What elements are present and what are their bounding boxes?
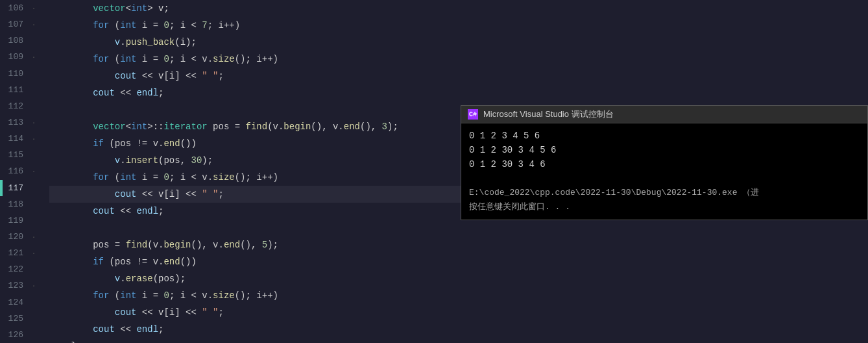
gutter-row: 116· — [0, 163, 44, 179]
code-token: << v[i] << — [136, 189, 202, 199]
line-number: 122 — [3, 264, 29, 274]
code-token: ( — [109, 290, 120, 301]
gutter-row: 122 — [0, 261, 44, 277]
code-token: ; i < v. — [169, 54, 213, 64]
code-line: cout << v[i] << " "; — [49, 304, 868, 321]
code-line: v.erase(pos); — [49, 270, 868, 287]
code-token: cout — [93, 324, 115, 335]
code-line: v.push_back(i); — [49, 34, 868, 51]
line-number: 108 — [3, 36, 29, 45]
code-token: ; i < — [169, 20, 202, 31]
code-token: endl — [136, 88, 158, 98]
line-number: 110 — [3, 69, 29, 79]
console-overlay: C# Microsoft Visual Studio 调试控制台 0 1 2 3… — [461, 105, 868, 220]
code-token: end — [224, 240, 240, 250]
fold-gutter: · — [29, 119, 39, 127]
line-number: 107 — [3, 19, 29, 29]
code-line: for (int i = 0; i < 7; i++) — [49, 17, 868, 34]
line-number: 111 — [3, 85, 29, 95]
line-number: 106 — [3, 3, 29, 13]
code-token: (), v. — [191, 240, 223, 250]
gutter-row: 125 — [0, 311, 44, 327]
console-output-line: E:\code_2022\cpp.code\2022-11-30\Debug\2… — [469, 186, 860, 200]
code-token: cout — [115, 307, 137, 318]
code-token: vector — [93, 121, 125, 132]
line-number: 115 — [3, 150, 29, 160]
code-token: 0 — [163, 172, 169, 183]
console-output-line: 0 1 2 3 4 5 6 — [469, 129, 860, 143]
code-token: for — [93, 172, 109, 183]
code-token: (pos); — [153, 273, 186, 284]
code-line: for (int i = 0; i < v.size(); i++) — [49, 51, 868, 68]
code-token: if — [93, 138, 104, 149]
code-token: cout — [115, 189, 137, 199]
code-token: for — [93, 54, 109, 64]
code-token: ); — [387, 121, 398, 132]
code-token: " " — [202, 189, 218, 199]
code-token: cout — [93, 88, 115, 98]
code-token: ()) — [180, 138, 197, 149]
gutter-row: 114· — [0, 131, 44, 147]
code-token: ( — [109, 172, 120, 183]
code-token: << — [115, 88, 137, 98]
code-token: size — [213, 54, 235, 64]
code-token: << — [115, 324, 137, 335]
code-token: << v[i] << — [136, 307, 202, 318]
code-token: size — [213, 290, 235, 301]
code-token: v — [115, 155, 120, 166]
code-token: ; i++) — [208, 20, 240, 31]
code-line: cout << v[i] << " "; — [49, 68, 868, 84]
code-token: find — [126, 240, 148, 250]
code-token: . — [120, 155, 125, 166]
code-token: ; — [158, 206, 163, 216]
gutter-row: 110 — [0, 66, 44, 82]
code-token: . — [120, 273, 125, 284]
code-token: endl — [136, 206, 158, 216]
code-token: ; — [218, 189, 223, 199]
fold-gutter: · — [29, 233, 39, 241]
fold-gutter: · — [29, 53, 39, 61]
code-token: ; — [218, 307, 223, 318]
code-token: v — [115, 273, 120, 284]
fold-gutter: · — [29, 135, 39, 143]
gutter-row: 124 — [0, 294, 44, 311]
code-token: 0 — [163, 54, 169, 64]
code-token: (); i++) — [235, 54, 278, 64]
console-titlebar: C# Microsoft Visual Studio 调试控制台 — [461, 106, 867, 123]
code-token: pos = — [93, 240, 125, 250]
gutter-row: 126 — [0, 327, 44, 343]
code-token: for — [93, 20, 109, 31]
line-number: 125 — [3, 314, 29, 324]
fold-gutter: · — [29, 21, 39, 29]
console-output-line: 按任意键关闭此窗口. . . — [469, 200, 860, 214]
code-token: int — [131, 121, 147, 132]
code-token: (), — [240, 240, 262, 250]
gutter-row: 112 — [0, 98, 44, 114]
code-token: iterator — [163, 121, 207, 132]
code-token: ()) — [180, 257, 197, 267]
line-number: 117 — [3, 183, 29, 193]
line-number: 113 — [3, 118, 29, 127]
code-token: endl — [136, 324, 158, 335]
gutter-row: 118 — [0, 196, 44, 212]
fold-gutter: · — [29, 168, 39, 175]
code-token: (), v. — [311, 121, 343, 132]
gutter-row: 113· — [0, 114, 44, 131]
code-token: (pos != v. — [104, 257, 163, 267]
code-token: > — [147, 3, 152, 14]
line-number: 124 — [3, 298, 29, 307]
code-token: push_back — [126, 37, 175, 47]
gutter-row: 117 — [0, 180, 44, 196]
code-token: i = — [136, 54, 163, 64]
gutter-row: 121· — [0, 245, 44, 261]
gutter-row: 123· — [0, 277, 44, 294]
code-token: (); i++) — [235, 172, 278, 183]
code-token: (pos != v. — [104, 138, 163, 149]
code-token: ; — [218, 71, 223, 81]
code-line: cout << endl; — [49, 84, 868, 101]
code-token: ; i < v. — [169, 290, 213, 301]
code-line: pos = find(v.begin(), v.end(), 5); — [49, 236, 868, 253]
code-line: } — [49, 338, 868, 343]
code-token: . — [120, 37, 125, 47]
gutter-row: 107· — [0, 16, 44, 32]
